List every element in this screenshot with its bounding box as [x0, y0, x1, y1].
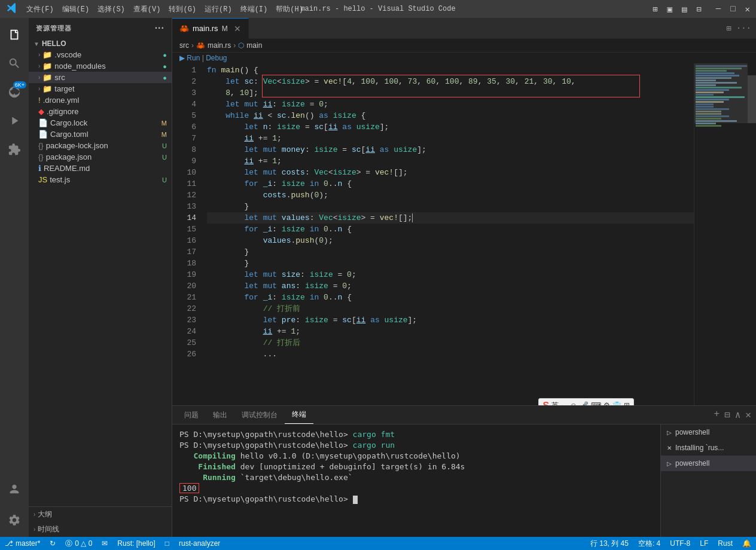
- close-button[interactable]: ✕: [745, 4, 750, 14]
- indentation[interactable]: 空格: 4: [633, 537, 665, 550]
- more-actions-icon[interactable]: ···: [736, 23, 751, 33]
- titlebar-controls[interactable]: ⊞ ▣ ▤ ⊟ ─ □ ✕: [653, 4, 750, 14]
- run-label[interactable]: Run: [187, 54, 200, 62]
- activity-run[interactable]: [0, 106, 29, 135]
- remote-indicator[interactable]: ✉: [97, 537, 112, 550]
- ime-settings-icon[interactable]: ⚙: [603, 400, 610, 405]
- project-root[interactable]: ▼ HELLO: [29, 38, 172, 49]
- code-editor[interactable]: 1 2 3 4 5 6 7 8 9 10 11 12 13 14 15 16 1…: [172, 63, 756, 405]
- layout-icon[interactable]: ⊞: [653, 4, 657, 14]
- activity-extensions[interactable]: [0, 135, 29, 164]
- sidebar-item-testjs[interactable]: JS test.js U: [29, 174, 172, 185]
- activity-search[interactable]: [0, 49, 29, 78]
- terminal-content[interactable]: PS D:\mysetup\gopath\rustcode\hello> car…: [172, 424, 660, 537]
- ime-voice-icon[interactable]: 🎤: [580, 400, 589, 405]
- run-debug-bar[interactable]: ▶ Run | Debug: [172, 53, 756, 63]
- ime-toolbar[interactable]: S 英 · , ☺ 🎤 ⌨ ⚙ 👕 ⊞: [538, 398, 634, 405]
- git-branch[interactable]: ⎇ master*: [0, 537, 45, 550]
- sidebar-item-target[interactable]: › 📁 target: [29, 83, 172, 94]
- sidebar-item-cargo-lock[interactable]: 📄 Cargo.lock M: [29, 117, 172, 129]
- timeline-section[interactable]: › 时间线: [29, 522, 172, 537]
- tab-close-icon[interactable]: ✕: [234, 24, 241, 33]
- menu-edit[interactable]: 编辑(E): [62, 4, 90, 14]
- panel-tab-debug[interactable]: 调试控制台: [234, 407, 285, 424]
- layout-options-icon[interactable]: ⊟: [696, 4, 701, 14]
- split-editor-icon[interactable]: ⊞: [726, 23, 731, 33]
- encoding[interactable]: UTF-8: [665, 537, 695, 550]
- term-line-5: Running `target\debug\hello.exe`: [179, 472, 653, 483]
- panel-tab-problems[interactable]: 问题: [177, 407, 206, 424]
- cursor-position[interactable]: 行 13, 列 45: [586, 537, 633, 550]
- activity-explorer[interactable]: [0, 20, 29, 49]
- panel-collapse-icon[interactable]: ∧: [735, 409, 741, 421]
- code-line-6: let n: isize = sc[ii as usize];: [207, 121, 694, 133]
- menu-goto[interactable]: 转到(G): [169, 4, 196, 14]
- sidebar-item-package-lock[interactable]: {} package-lock.json U: [29, 140, 172, 151]
- scrollbar[interactable]: [748, 63, 756, 405]
- line-ending[interactable]: LF: [695, 537, 713, 550]
- sidebar-label: target: [54, 84, 74, 93]
- maximize-button[interactable]: □: [730, 4, 735, 14]
- file-icon: {}: [38, 141, 44, 150]
- sidebar-item-vscode[interactable]: › 📁 .vscode ●: [29, 49, 172, 60]
- sidebar-item-readme[interactable]: ℹ README.md: [29, 163, 172, 174]
- timeline-arrow: ›: [33, 526, 35, 533]
- code-content[interactable]: fn main() { let sc: Vec<isize> = vec![4,…: [202, 63, 694, 405]
- notifications-icon[interactable]: 🔔: [737, 537, 756, 550]
- debug-label[interactable]: Debug: [206, 54, 227, 62]
- terminal-installing[interactable]: ✕ Installing `rus...: [661, 440, 756, 456]
- terminal-powershell-1[interactable]: ▷ powershell: [661, 424, 756, 440]
- minimize-button[interactable]: ─: [716, 4, 721, 14]
- sidebar-toggle-icon[interactable]: ▣: [667, 4, 672, 14]
- menu-file[interactable]: 文件(F): [26, 4, 54, 14]
- panel-tab-terminal[interactable]: 终端: [285, 406, 313, 424]
- ime-shirt-icon[interactable]: 👕: [612, 400, 621, 405]
- breadcrumb-src[interactable]: src: [179, 41, 189, 50]
- error-warning-count[interactable]: ⓪ 0 △ 0: [60, 537, 97, 550]
- breadcrumb-fn[interactable]: main: [246, 41, 262, 50]
- ime-emoji-icon[interactable]: ☺: [570, 400, 577, 405]
- ime-keyboard-icon[interactable]: ⌨: [591, 400, 601, 405]
- sidebar-item-drone[interactable]: ! .drone.yml: [29, 94, 172, 106]
- sidebar-item-src[interactable]: › 📁 src ●: [29, 72, 172, 83]
- panel-close-icon[interactable]: ✕: [745, 409, 751, 421]
- menu-view[interactable]: 查看(V): [133, 4, 161, 14]
- ime-mode-en[interactable]: 英: [551, 400, 559, 405]
- terminal-powershell-2[interactable]: ▷ powershell: [661, 456, 756, 471]
- rust-status[interactable]: Rust: [hello]: [112, 537, 160, 550]
- sync-icon[interactable]: ↻: [45, 537, 60, 550]
- code-line-1: fn main() {: [207, 65, 694, 76]
- titlebar-menu[interactable]: 文件(F) 编辑(E) 选择(S) 查看(V) 转到(G) 运行(R) 终端(I…: [26, 4, 303, 14]
- sidebar-item-package-json[interactable]: {} package.json U: [29, 151, 172, 163]
- panel-tab-output[interactable]: 输出: [206, 407, 234, 424]
- menu-run[interactable]: 运行(R): [205, 4, 232, 14]
- tab-main-rs[interactable]: 🦀 main.rs M ✕: [172, 18, 249, 39]
- panel-split-icon[interactable]: ⊟: [724, 409, 730, 421]
- language-mode[interactable]: Rust: [713, 537, 737, 550]
- ime-grid-icon[interactable]: ⊞: [624, 400, 630, 405]
- sidebar-more-icon[interactable]: ···: [155, 23, 164, 33]
- activity-settings[interactable]: [0, 506, 29, 534]
- sidebar: 资源管理器 ··· ▼ HELLO › 📁 .vscode ● › 📁 node…: [29, 18, 172, 537]
- breadcrumb-sep2: ›: [233, 41, 236, 50]
- project-name: HELLO: [42, 39, 66, 48]
- breadcrumb-file[interactable]: main.rs: [208, 41, 231, 50]
- menu-help[interactable]: 帮助(H): [276, 4, 303, 14]
- menu-select[interactable]: 选择(S): [97, 4, 125, 14]
- sidebar-item-cargo-toml[interactable]: 📄 Cargo.toml M: [29, 129, 172, 140]
- status-bar: ⎇ master* ↻ ⓪ 0 △ 0 ✉ Rust: [hello] □ ru…: [0, 537, 756, 550]
- menu-terminal[interactable]: 终端(I): [240, 4, 268, 14]
- activity-account[interactable]: [0, 475, 29, 503]
- panel-toggle-icon[interactable]: ▤: [682, 4, 687, 14]
- outline-section[interactable]: › 大纲: [29, 506, 172, 522]
- activity-git[interactable]: 6K+: [0, 78, 29, 106]
- new-terminal-icon[interactable]: +: [714, 409, 720, 421]
- sidebar-item-gitignore[interactable]: ◆ .gitignore: [29, 106, 172, 117]
- code-line-24: ii += 1;: [207, 326, 694, 337]
- rust-analyzer-label[interactable]: rust-analyzer: [174, 537, 225, 550]
- ime-punctuation[interactable]: ,: [565, 400, 567, 405]
- scroll-thumb[interactable]: [748, 75, 756, 123]
- rust-analyzer-status[interactable]: □: [160, 537, 174, 550]
- sidebar-item-node-modules[interactable]: › 📁 node_modules ●: [29, 60, 172, 72]
- terminal-label: Installing `rus...: [675, 444, 724, 452]
